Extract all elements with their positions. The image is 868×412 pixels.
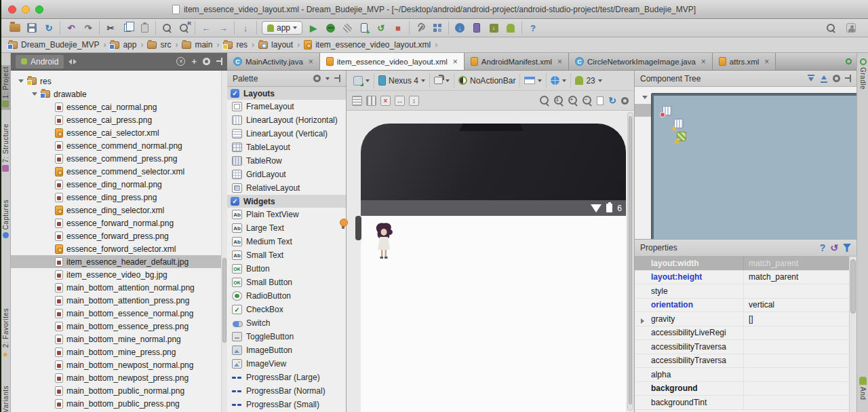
- hide-panel-icon[interactable]: [845, 75, 851, 82]
- zoom-out-icon[interactable]: −: [583, 96, 592, 105]
- property-value[interactable]: [743, 368, 849, 381]
- scrollbar-thumb[interactable]: [629, 116, 632, 405]
- tab-androidmanifest-xml[interactable]: AndroidManifest.xml×: [465, 53, 569, 70]
- breadcrumb-item[interactable]: Dream_Budejie_MVP: [8, 40, 99, 50]
- breadcrumb-item[interactable]: main: [182, 40, 212, 50]
- palette-item[interactable]: ImageButton: [227, 343, 346, 357]
- property-row[interactable]: style: [635, 284, 849, 299]
- expand-arrow-icon[interactable]: [18, 79, 24, 83]
- gear-icon[interactable]: [203, 58, 210, 65]
- lint-lightbulb-icon[interactable]: [339, 219, 347, 229]
- palette-item[interactable]: Switch: [227, 316, 346, 330]
- breadcrumb-item[interactable]: res: [223, 40, 248, 50]
- run-config-chip[interactable]: app: [262, 21, 302, 35]
- avd-manager-icon[interactable]: [471, 22, 483, 34]
- gradle-sync-icon[interactable]: [431, 22, 443, 34]
- locale-select[interactable]: [546, 73, 570, 88]
- layout-variants-icon[interactable]: [366, 96, 376, 106]
- tab-attrs-xml[interactable]: attrs.xml×: [713, 53, 776, 70]
- palette-item[interactable]: ProgressBar (Large): [227, 371, 346, 384]
- tree-row[interactable]: item_essence_header_default.jpg: [11, 255, 227, 268]
- palette-category-layouts[interactable]: ✓Layouts: [227, 87, 346, 100]
- match-width-icon[interactable]: ↔: [395, 96, 405, 106]
- property-row[interactable]: layout:widthmatch_parent: [635, 257, 849, 271]
- tree-row[interactable]: item_essence_video_bg.jpg: [11, 268, 227, 281]
- close-panel-icon[interactable]: ×: [176, 57, 185, 66]
- hide-panel-icon[interactable]: [216, 58, 222, 65]
- zoom-window-button[interactable]: [35, 5, 43, 14]
- sdk-manager-icon[interactable]: [488, 22, 500, 34]
- property-row[interactable]: backgroundTint: [635, 396, 849, 410]
- tree-row[interactable]: main_bottom_public_normal.png: [11, 384, 227, 397]
- tree-row[interactable]: main_bottom_mine_press.png: [11, 345, 227, 358]
- tool-window-button-gradle[interactable]: Gradle: [857, 58, 868, 90]
- breadcrumb-item[interactable]: src: [147, 40, 171, 50]
- expand-arrow-icon[interactable]: [642, 96, 648, 99]
- minimize-window-button[interactable]: [22, 5, 30, 14]
- paste-icon[interactable]: [138, 22, 151, 34]
- forward-icon[interactable]: →: [217, 22, 229, 34]
- checkbox-checked-icon[interactable]: ✓: [231, 89, 239, 98]
- stop-icon[interactable]: ■: [392, 22, 404, 34]
- activity-select[interactable]: [519, 73, 546, 88]
- device-select[interactable]: Nexus 4: [374, 73, 429, 88]
- tree-row[interactable]: essence_forword_selector.xml: [11, 242, 227, 255]
- property-value[interactable]: [743, 396, 849, 409]
- tree-row[interactable]: essence_commend_normal.png: [11, 139, 227, 152]
- properties-scrollbar[interactable]: [849, 257, 856, 412]
- run-icon[interactable]: ▶: [307, 22, 319, 34]
- tree-row[interactable]: essence_commend_selector.xml: [11, 165, 227, 178]
- palette-item[interactable]: RelativeLayout: [227, 181, 346, 195]
- palette-item[interactable]: ToggleButton: [227, 330, 346, 343]
- palette-item[interactable]: OKButton: [227, 262, 346, 276]
- breadcrumb-item[interactable]: layout: [258, 40, 293, 50]
- zoom-actual-icon[interactable]: 1: [554, 96, 564, 105]
- close-tab-icon[interactable]: ×: [701, 57, 706, 67]
- palette-item[interactable]: FrameLayout: [227, 100, 346, 113]
- theme-select[interactable]: NoActionBar: [454, 73, 519, 88]
- close-tab-icon[interactable]: ×: [309, 57, 313, 67]
- tab-mainactivity-java[interactable]: CMainActivity.java×: [227, 53, 320, 70]
- find-icon[interactable]: [161, 22, 173, 34]
- property-row[interactable]: accessibilityTraversa: [635, 340, 849, 354]
- gear-icon[interactable]: [833, 75, 840, 82]
- palette-item[interactable]: AbSmall Text: [227, 248, 346, 262]
- palette-item[interactable]: LinearLayout (Horizontal): [227, 113, 346, 127]
- hide-panel-icon[interactable]: [334, 75, 340, 82]
- tool-window-button--structure[interactable]: 7: Structure: [0, 122, 11, 183]
- property-row[interactable]: accessibilityTraversa: [635, 354, 849, 369]
- export-image-icon[interactable]: [597, 96, 604, 105]
- tree-row[interactable]: essence_cai_selector.xml: [11, 126, 227, 139]
- revert-icon[interactable]: ↺: [830, 242, 838, 253]
- palette-item[interactable]: ImageView: [227, 357, 346, 371]
- tree-row[interactable]: essence_ding_press.png: [11, 191, 227, 204]
- profile-icon[interactable]: [341, 22, 353, 34]
- property-value[interactable]: [743, 340, 849, 354]
- property-value[interactable]: [743, 354, 849, 368]
- property-row[interactable]: alpha: [635, 368, 849, 382]
- view-switch-arrows-icon[interactable]: [68, 59, 77, 64]
- checkbox-checked-icon[interactable]: ✓: [231, 197, 239, 206]
- tree-row[interactable]: main_bottom_newpost_press.png: [11, 371, 227, 384]
- tool-window-button--favorites[interactable]: 2: Favorites: [0, 307, 11, 369]
- debug-icon[interactable]: [324, 22, 336, 34]
- tool-window-button--project[interactable]: 1: Project: [0, 65, 11, 110]
- design-preview-canvas[interactable]: 6: [347, 111, 634, 412]
- project-structure-icon[interactable]: [414, 22, 427, 34]
- delete-variant-icon[interactable]: ×: [380, 96, 391, 106]
- tree-row[interactable]: main_bottom_attention_press.png: [11, 294, 227, 307]
- palette-item[interactable]: ProgressBar (Normal): [227, 384, 346, 398]
- splitter-handle[interactable]: [355, 216, 361, 240]
- preview-content[interactable]: [361, 216, 626, 412]
- device-preview[interactable]: 6: [361, 124, 626, 412]
- palette-item[interactable]: LinearLayout (Vertical): [227, 127, 346, 141]
- palette-item[interactable]: RadioButton: [227, 289, 346, 303]
- gear-icon[interactable]: [313, 75, 321, 82]
- user-icon[interactable]: [845, 22, 857, 34]
- breadcrumb-item[interactable]: app: [110, 40, 136, 50]
- compile-icon[interactable]: ↓: [239, 22, 252, 34]
- attach-debugger-icon[interactable]: [358, 22, 370, 34]
- canvas-scrollbar[interactable]: [627, 112, 633, 411]
- palette-item[interactable]: TableRow: [227, 154, 346, 168]
- refresh-icon[interactable]: ↻: [608, 95, 616, 106]
